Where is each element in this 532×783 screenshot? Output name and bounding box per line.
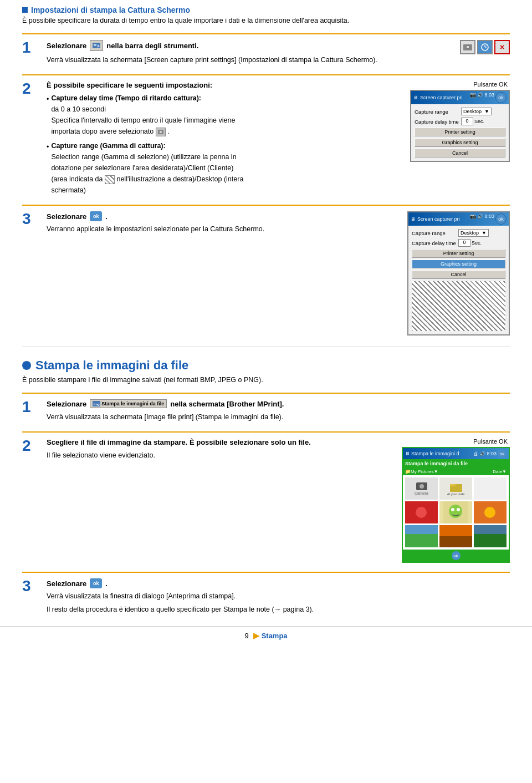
img-thumb-sunset[interactable]	[474, 501, 507, 523]
titlebar-vol-2: 🔊	[477, 213, 483, 225]
dialog-ok-btn-2[interactable]: ok	[495, 213, 507, 225]
folder-label-text: At your side	[447, 492, 465, 496]
printer-setting-btn-2[interactable]: Printer setting	[412, 249, 505, 258]
img-titlebar-btns: 🖨 🔊 8:03 ok	[473, 449, 507, 458]
step-2-main: È possibile specificare le seguenti impo…	[47, 81, 401, 196]
s2-step-1-icon: img Stampa le immagini da file	[90, 399, 167, 408]
img-thumb-landscape-2[interactable]	[474, 525, 507, 547]
dialog-title-label-1: Screen capturer pri	[420, 95, 463, 100]
s2-step-2-body: Il file selezionato viene evidenziato.	[47, 450, 393, 461]
section-2-title: Stampa le immagini da file	[35, 358, 188, 373]
camera-shape	[416, 482, 427, 490]
img-ok-btn-top[interactable]: ok	[498, 449, 507, 458]
cancel-btn-2[interactable]: Cancel	[412, 270, 505, 279]
svg-point-21	[484, 507, 495, 518]
bullet-1-body-line2: Specifica l'intervallo di tempo entro il…	[51, 116, 235, 124]
img-thumb-folder[interactable]: At your side	[439, 477, 472, 500]
printer-setting-btn-1[interactable]: Printer setting	[415, 128, 505, 136]
s2-step-2-number: 2	[22, 438, 42, 454]
cap-delay-input-2[interactable]: 0	[458, 239, 470, 247]
img-folder-name[interactable]: My Pictures	[411, 469, 434, 474]
cancel-btn-1[interactable]: Cancel	[415, 149, 505, 157]
img-subheader: 📁 My Pictures ▼ Date ▼	[403, 468, 509, 475]
graphics-setting-btn-2[interactable]: Graphics setting	[412, 260, 505, 268]
img-title-text: Stampa le immagini d	[411, 451, 459, 456]
s2-step-3-body2: Il resto della procedura è identico a qu…	[47, 604, 510, 615]
bullet-1: • Capture delay time (Tempo di ritardo c…	[47, 93, 401, 137]
bullet-2-body1: Selection range (Gamma di selezione) (ut…	[51, 153, 236, 161]
img-thumb-cartoon[interactable]	[439, 501, 472, 523]
step-2-title: È possibile specificare le seguenti impo…	[47, 81, 401, 89]
img-title-icon: 🖥	[405, 451, 410, 456]
section-2-dot	[22, 361, 31, 370]
img-tb-time: 8:03	[487, 451, 497, 456]
svg-point-18	[451, 508, 454, 511]
cap-delay-row-2: 0 Sec.	[458, 239, 482, 247]
step-1-side: ×	[399, 40, 510, 57]
dialog-mockup-2: 🖥 Screen capturer pri 📷 🔊 8:03 ok	[407, 211, 510, 335]
step-1-number: 1	[22, 40, 42, 55]
capture-range-dropdown[interactable]: Desktop ▼	[461, 108, 492, 115]
s2-step-3-ok-icon: ok	[90, 578, 102, 588]
s2-step-3-body1: Verrà visualizzata la finestra di dialog…	[47, 591, 510, 602]
page-footer: 9 ▶ Stampa	[0, 626, 532, 644]
dialog-ok-btn-1[interactable]: ok	[495, 92, 507, 103]
svg-text:img: img	[94, 403, 100, 406]
bullet-2: • Capture range (Gamma di cattura): Sele…	[47, 140, 401, 196]
dialog-buttons-2: Printer setting Graphics setting Cancel	[412, 249, 505, 279]
img-thumb-red[interactable]	[405, 501, 438, 523]
img-thumb-camera[interactable]: Camera	[405, 477, 438, 500]
dropdown-arrow-2: ▼	[482, 230, 487, 236]
capture-inline-icon	[156, 128, 166, 136]
section-2-title-row: Stampa le immagini da file	[22, 358, 510, 373]
camera-label: Camera	[415, 491, 428, 495]
titlebar-icons-1: 📷 🔊 8:03 ok	[470, 92, 507, 103]
s2-step-3-content: Selezionare ok . Verrà visualizzata la f…	[47, 578, 510, 615]
img-thumb-warm[interactable]	[439, 525, 472, 547]
s2-step-3-number: 3	[22, 578, 42, 594]
img-bottom-bar: ok	[403, 550, 509, 562]
s2-step-3-prefix: Selezionare	[47, 579, 86, 588]
step-2-row: 2 È possibile specificare le seguenti im…	[22, 74, 510, 196]
svg-point-9	[160, 131, 162, 133]
capture-delay-label: Capture delay time	[415, 119, 459, 125]
img-thumb-landscape-1[interactable]	[405, 525, 438, 547]
close-icon: ×	[494, 40, 510, 54]
intro-text: È possibile specificare la durata di tem…	[22, 17, 510, 24]
s2-step-3-title: Selezionare ok .	[47, 578, 510, 588]
step-1-title: Selezionare nella barra degli strumenti.	[47, 40, 390, 51]
dialog-body-2: Capture range Desktop ▼ Capture delay ti…	[408, 226, 509, 334]
s2-step-2-title: Scegliere il file di immagine da stampar…	[47, 438, 393, 446]
cap-range-dropdown-2[interactable]: Desktop ▼	[458, 229, 489, 237]
capture-delay-input[interactable]: 0	[461, 118, 473, 125]
toolbar-icon	[90, 40, 103, 51]
blue-square-icon	[22, 7, 28, 13]
bullet-dot-1: •	[47, 94, 49, 105]
dialog-row-3: Capture range Desktop ▼	[412, 229, 505, 237]
dialog-titlebar-1: 🖥 Screen capturer pri 📷 🔊 8:03 ok	[411, 91, 509, 104]
img-date-label[interactable]: Date	[493, 469, 502, 474]
cap-range-label-2: Capture range	[412, 230, 456, 236]
step-2-side-panel: Pulsante OK 🖥 Screen capturer pri 📷 🔊 8:…	[410, 81, 510, 162]
step-3-title: Selezionare ok .	[47, 211, 398, 221]
svg-rect-1	[94, 44, 96, 46]
graphics-setting-btn-1[interactable]: Graphics setting	[415, 138, 505, 147]
footer-nav: ▶ Stampa	[253, 631, 288, 640]
img-folder-arrow: ▼	[434, 469, 438, 474]
s2-step-2-title-text: Scegliere il file di immagine da stampar…	[47, 438, 311, 446]
img-content-header: Stampa le immagini da file	[403, 459, 509, 468]
s2-step-2-content: Scegliere il file di immagine da stampar…	[47, 438, 510, 563]
dropdown-arrow-1: ▼	[484, 109, 489, 114]
bullet-2-body5: schermata)	[51, 186, 86, 194]
s2-step-2-main: Scegliere il file di immagine da stampar…	[47, 438, 393, 461]
bullet-1-content: Capture delay time (Tempo di ritardo cat…	[51, 93, 235, 137]
dialog-row-1: Capture range Desktop ▼	[415, 108, 505, 115]
step-3-ok-icon: ok	[90, 211, 102, 221]
bullet-2-content: Capture range (Gamma di cattura): Select…	[51, 140, 243, 196]
step-2-number: 2	[22, 81, 42, 96]
img-ok-btn-bottom[interactable]: ok	[452, 551, 461, 560]
step-1-title-suffix: nella barra degli strumenti.	[106, 42, 198, 50]
capture-icon	[460, 40, 475, 54]
pulsante-ok-label-1: Pulsante OK	[473, 81, 510, 88]
step-3-content: Selezionare ok . Verranno applicate le i…	[47, 211, 510, 335]
